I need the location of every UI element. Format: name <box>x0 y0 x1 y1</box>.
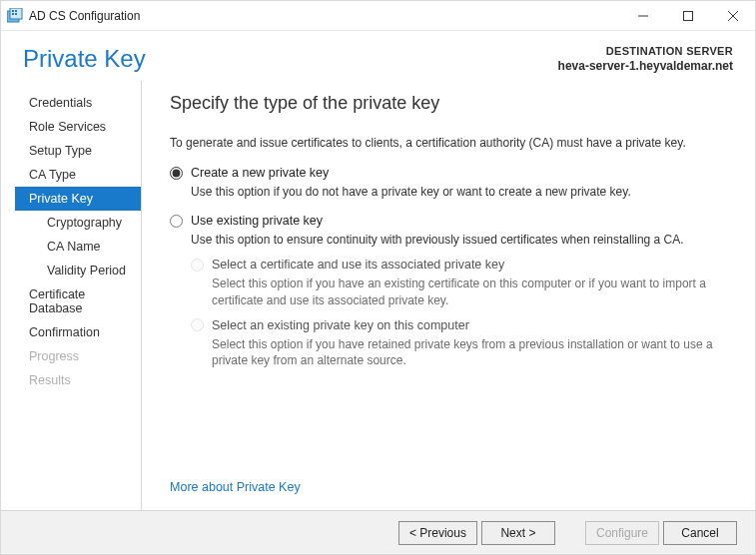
step-setup-type[interactable]: Setup Type <box>15 139 141 163</box>
destination-server-value: heva-server-1.heyvaldemar.net <box>558 59 733 73</box>
maximize-button[interactable] <box>665 1 710 31</box>
radio-select-certificate-label: Select a certificate and use its associa… <box>212 258 504 272</box>
window-title: AD CS Configuration <box>29 9 140 23</box>
cancel-button[interactable]: Cancel <box>663 521 737 545</box>
step-ca-name[interactable]: CA Name <box>15 235 141 259</box>
radio-create-new-desc: Use this option if you do not have a pri… <box>191 184 729 200</box>
content-heading: Specify the type of the private key <box>170 93 729 114</box>
minimize-button[interactable] <box>620 1 665 31</box>
step-cryptography[interactable]: Cryptography <box>15 211 141 235</box>
svg-rect-4 <box>12 13 14 15</box>
radio-create-new[interactable]: Create a new private key <box>170 166 729 180</box>
suboption-select-certificate: Select a certificate and use its associa… <box>191 258 729 307</box>
radio-use-existing-label: Use existing private key <box>191 214 323 228</box>
suboption-select-existing-key: Select an existing private key on this c… <box>191 318 729 368</box>
radio-select-existing-key-label: Select an existing private key on this c… <box>212 318 469 332</box>
footer: < Previous Next > Configure Cancel <box>1 510 755 554</box>
svg-rect-2 <box>12 10 14 12</box>
radio-use-existing-desc: Use this option to ensure continuity wit… <box>191 232 729 248</box>
radio-select-certificate: Select a certificate and use its associa… <box>191 258 729 272</box>
wizard-steps-sidebar: Credentials Role Services Setup Type CA … <box>1 81 142 510</box>
step-certificate-database[interactable]: Certificate Database <box>15 282 141 320</box>
radio-create-new-label: Create a new private key <box>191 166 329 180</box>
option-create-new: Create a new private key Use this option… <box>170 166 729 200</box>
step-private-key[interactable]: Private Key <box>15 187 141 211</box>
title-bar: AD CS Configuration <box>1 1 755 31</box>
content-pane: Specify the type of the private key To g… <box>142 81 751 510</box>
close-button[interactable] <box>710 1 755 31</box>
radio-use-existing-input[interactable] <box>170 215 183 228</box>
page-title: Private Key <box>23 45 146 73</box>
svg-rect-7 <box>683 11 692 20</box>
step-results: Results <box>15 368 141 392</box>
step-credentials[interactable]: Credentials <box>15 91 141 115</box>
configure-button: Configure <box>585 521 659 545</box>
svg-rect-3 <box>15 10 17 12</box>
destination-server-label: DESTINATION SERVER <box>558 45 733 57</box>
radio-select-existing-key-desc: Select this option if you have retained … <box>212 336 729 368</box>
radio-select-certificate-input <box>191 259 204 272</box>
more-about-link[interactable]: More about Private Key <box>170 480 729 494</box>
next-button[interactable]: Next > <box>481 521 555 545</box>
step-role-services[interactable]: Role Services <box>15 115 141 139</box>
radio-select-existing-key: Select an existing private key on this c… <box>191 318 729 332</box>
step-progress: Progress <box>15 344 141 368</box>
wizard-window: AD CS Configuration Private Key DESTINAT… <box>0 0 756 555</box>
step-validity-period[interactable]: Validity Period <box>15 259 141 282</box>
option-use-existing: Use existing private key Use this option… <box>170 214 729 368</box>
destination-server-block: DESTINATION SERVER heva-server-1.heyvald… <box>558 45 733 73</box>
step-confirmation[interactable]: Confirmation <box>15 320 141 344</box>
svg-rect-5 <box>15 13 17 15</box>
app-icon <box>7 8 23 24</box>
radio-select-existing-key-input <box>191 318 204 331</box>
header: Private Key DESTINATION SERVER heva-serv… <box>1 31 755 81</box>
radio-create-new-input[interactable] <box>170 167 183 180</box>
step-ca-type[interactable]: CA Type <box>15 163 141 187</box>
radio-use-existing[interactable]: Use existing private key <box>170 214 729 228</box>
intro-text: To generate and issue certificates to cl… <box>170 136 729 150</box>
previous-button[interactable]: < Previous <box>398 521 477 545</box>
radio-select-certificate-desc: Select this option if you have an existi… <box>212 276 729 307</box>
